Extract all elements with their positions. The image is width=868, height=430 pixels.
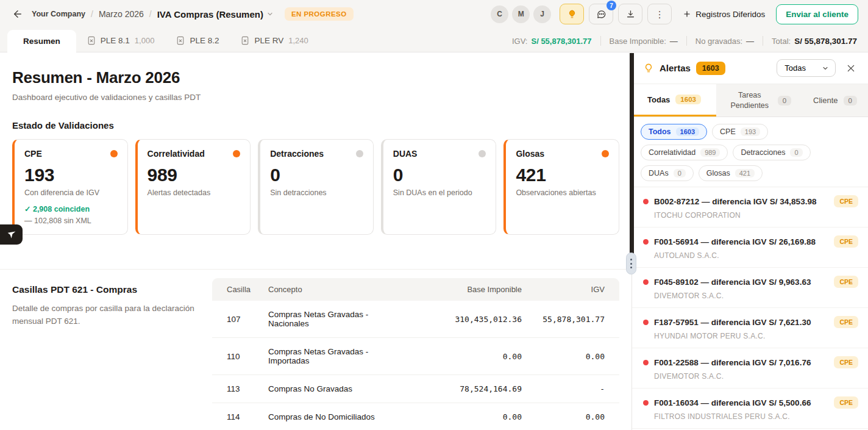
card-header: Correlatividad xyxy=(148,149,241,159)
validations-heading: Estado de Validaciones xyxy=(12,120,619,131)
alert-list-item[interactable]: F187-57951 — diferencia IGV S/ 7,621.30 … xyxy=(632,308,868,348)
avatar[interactable]: C xyxy=(491,5,508,23)
cell-igv: 0.00 xyxy=(522,343,619,370)
alert-item-company: AUTOLAND S.A.C. xyxy=(654,251,858,260)
alert-list-item[interactable]: F001-16034 — diferencia IGV S/ 5,500.66 … xyxy=(632,389,868,429)
alert-item-title: F045-89102 — diferencia IGV S/ 9,963.63 xyxy=(654,278,811,287)
more-options-button[interactable]: ⋮ xyxy=(647,4,672,24)
close-icon xyxy=(846,63,856,73)
casillas-section: Casillas PDT 621 - Compras Detalle de co… xyxy=(0,270,631,430)
alert-severity-dot-icon xyxy=(643,199,649,204)
breadcrumb-page-label: IVA Compras (Resumen) xyxy=(157,9,263,20)
alerts-count-badge: 1603 xyxy=(696,62,725,75)
breadcrumb-period[interactable]: Marzo 2026 xyxy=(99,9,144,19)
alerts-lightbulb-button[interactable] xyxy=(560,4,584,24)
card-value: 0 xyxy=(393,165,486,185)
close-panel-button[interactable] xyxy=(844,61,858,76)
alerts-tab-todas[interactable]: Todas 1603 xyxy=(632,84,716,116)
cell-base: 310,435,012.36 xyxy=(397,306,522,333)
divider xyxy=(600,36,601,46)
cell-casilla: 110 xyxy=(212,343,268,370)
tab-ple-81[interactable]: PLE 8.1 1,000 xyxy=(76,29,166,52)
filter-chip[interactable]: Todos 1603 xyxy=(641,124,707,140)
status-dot-icon xyxy=(233,150,240,157)
card-subtitle: Sin DUAs en el periodo xyxy=(393,188,486,197)
filter-chip[interactable]: DUAs 0 xyxy=(641,165,694,181)
page-title: Resumen - Marzo 2026 xyxy=(12,68,619,87)
comments-button[interactable]: 7 xyxy=(589,4,613,24)
filter-chip-count: 193 xyxy=(741,127,760,136)
alert-item-row: F001-16034 — diferencia IGV S/ 5,500.66 … xyxy=(643,396,858,409)
chevron-down-icon xyxy=(822,65,829,72)
panel-drag-handle[interactable] xyxy=(626,253,636,274)
cell-base: 78,524,164.69 xyxy=(397,375,522,403)
card-value: 0 xyxy=(270,165,363,185)
alert-list-item[interactable]: F001-56914 — diferencia IGV S/ 26,169.88… xyxy=(632,228,868,268)
validation-card[interactable]: Correlatividad 989 Alertas detectadas xyxy=(135,139,251,235)
lightbulb-icon xyxy=(567,9,577,20)
alerts-tab-tareas-pendientes[interactable]: Tareas Pendientes 0 xyxy=(716,84,802,116)
filter-chip[interactable]: CPE 193 xyxy=(712,124,768,140)
filter-chip[interactable]: Correlatividad 989 xyxy=(641,145,728,160)
card-title: Glosas xyxy=(516,149,544,159)
alerts-tabs: Todas 1603 Tareas Pendientes 0 Cliente 0 xyxy=(632,84,868,117)
avatar[interactable]: J xyxy=(533,5,551,23)
validation-card[interactable]: DUAS 0 Sin DUAs en el periodo xyxy=(381,139,497,235)
avatar[interactable]: M xyxy=(512,5,530,23)
tab-ple-82-label: PLE 8.2 xyxy=(190,36,219,45)
tab-resumen[interactable]: Resumen xyxy=(7,30,76,52)
validation-card[interactable]: CPE 193 Con diferencia de IGV ✓ 2,908 co… xyxy=(12,139,128,235)
breadcrumb-company[interactable]: Your Company xyxy=(32,10,85,18)
casillas-table: Casilla Concepto Base Imponible IGV 107 … xyxy=(212,278,619,430)
cell-casilla: 107 xyxy=(212,306,268,333)
table-row: 110 Compras Netas Gravadas - Importadas … xyxy=(212,338,619,375)
summary-base-imponible: Base Imponible: — xyxy=(610,37,678,46)
card-header: DUAS xyxy=(393,149,486,159)
cell-concepto: Compras Netas Gravadas - Importadas xyxy=(268,338,397,374)
alert-severity-dot-icon xyxy=(643,239,649,245)
alert-list-item[interactable]: F045-89102 — diferencia IGV S/ 9,963.63 … xyxy=(632,268,868,308)
filter-chip[interactable]: Detracciones 0 xyxy=(733,145,810,160)
download-button[interactable] xyxy=(618,4,642,24)
filter-chip[interactable]: Glosas 421 xyxy=(699,165,763,181)
filter-chip-count: 0 xyxy=(790,148,802,157)
alert-item-company: ITOCHU CORPORATION xyxy=(654,211,858,220)
alert-item-company: DIVEMOTOR S.A.C. xyxy=(654,372,858,381)
registros-diferidos-button[interactable]: Registros Diferidos xyxy=(677,6,771,23)
alerts-tab-cliente[interactable]: Cliente 0 xyxy=(802,84,868,116)
alert-item-row: F187-57951 — diferencia IGV S/ 7,621.30 … xyxy=(643,316,858,328)
alerts-filter-value: Todas xyxy=(784,63,806,73)
filter-chip-label: Glosas xyxy=(706,169,730,177)
validation-card[interactable]: Glosas 421 Observaciones abiertas xyxy=(503,139,619,235)
breadcrumb-page-selector[interactable]: IVA Compras (Resumen) xyxy=(157,9,274,20)
card-header: CPE xyxy=(24,149,118,159)
cell-concepto: Compras de No Domiciliados xyxy=(268,403,397,430)
status-dot-icon xyxy=(110,150,118,157)
panel-resizer-bar[interactable] xyxy=(630,53,634,258)
table-row: 113 Compras No Gravadas 78,524,164.69 - xyxy=(212,375,619,403)
validation-card[interactable]: Detracciones 0 Sin detracciones xyxy=(258,139,374,235)
tab-ple-81-count: 1,000 xyxy=(135,36,155,45)
tab-ple-82[interactable]: PLE 8.2 xyxy=(165,29,230,52)
top-bar: Your Company / Marzo 2026 / IVA Compras … xyxy=(0,0,868,28)
alert-list-item[interactable]: F001-22588 — diferencia IGV S/ 7,016.76 … xyxy=(632,348,868,389)
alert-item-company: HYUNDAI MOTOR PERU S.A.C. xyxy=(654,332,858,340)
divider xyxy=(763,36,763,46)
alert-item-tag: CPE xyxy=(834,276,858,288)
tab-ple-rv[interactable]: PLE RV 1,240 xyxy=(230,29,319,52)
send-to-client-button[interactable]: Enviar al cliente xyxy=(776,4,858,24)
cell-igv: - xyxy=(522,375,619,403)
chevron-down-icon xyxy=(266,10,274,18)
cell-concepto: Compras No Gravadas xyxy=(268,375,397,403)
alert-list-item[interactable]: B002-87212 — diferencia IGV S/ 34,853.98… xyxy=(632,187,868,228)
brand-logo-tab[interactable] xyxy=(0,224,23,245)
chat-bubble-icon xyxy=(596,9,607,20)
col-casilla: Casilla xyxy=(212,278,268,301)
back-button[interactable] xyxy=(10,6,26,22)
plus-icon xyxy=(683,10,691,18)
summary-total-value: S/ 55,878,301.77 xyxy=(794,37,857,46)
card-subtitle: Con diferencia de IGV xyxy=(24,188,118,197)
alerts-tab-cliente-count: 0 xyxy=(844,96,857,106)
alerts-filter-select[interactable]: Todas xyxy=(777,59,836,77)
alerts-panel: Alertas 1603 Todas Todas 1603 Tareas Pen… xyxy=(631,52,868,430)
